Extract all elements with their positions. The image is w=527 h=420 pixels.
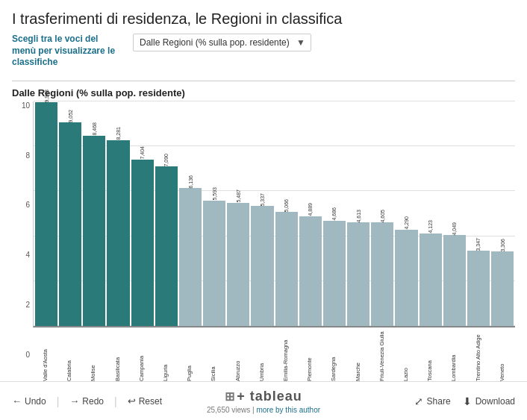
x-axis-label: Abruzzo xyxy=(227,329,249,381)
bar[interactable] xyxy=(59,122,81,326)
x-axis-label: Molise xyxy=(82,329,105,381)
share-button[interactable]: ⤢ Share xyxy=(414,395,451,407)
y-axis-label: 4 xyxy=(12,251,33,259)
bar[interactable] xyxy=(395,230,417,326)
bar-value-label: 4,686 xyxy=(331,206,337,221)
bar-wrap[interactable]: 5,487 xyxy=(227,101,249,326)
x-axis-label: Trentino Alto Adige xyxy=(467,329,490,381)
x-labels: Valle d'AostaCalabriaMoliseBasilicataCam… xyxy=(33,329,515,381)
bars-container: 9,9489,0528,4688,2817,4047,0906,1365,593… xyxy=(33,101,515,327)
bar[interactable] xyxy=(155,166,178,326)
bar[interactable] xyxy=(251,206,273,326)
bar-value-label: 6,136 xyxy=(188,174,193,189)
separator-2: | xyxy=(114,395,117,407)
y-axis-label: 8 xyxy=(12,151,33,160)
region-dropdown[interactable]: Dalle Regioni (% sulla pop. residente)Al… xyxy=(133,34,311,51)
bar-value-label: 3,306 xyxy=(500,237,505,252)
separator-1: | xyxy=(57,395,60,407)
download-icon: ⬇ xyxy=(463,395,472,407)
header: I trasferimenti di residenza, le Regioni… xyxy=(0,0,527,76)
bar-wrap[interactable]: 3,306 xyxy=(491,101,514,326)
bar[interactable] xyxy=(467,251,490,326)
reset-button[interactable]: ↩ Reset xyxy=(128,395,162,407)
bar-value-label: 5,066 xyxy=(284,198,289,213)
bar[interactable] xyxy=(203,201,225,326)
x-axis-label: Valle d'Aosta xyxy=(34,329,57,381)
x-axis-label: Umbria xyxy=(251,329,273,381)
x-axis-label: Lombardia xyxy=(443,329,465,381)
x-axis-label: Friuli-Venezia Giulia xyxy=(371,329,393,381)
bar-wrap[interactable]: 3,347 xyxy=(467,101,490,326)
bar-wrap[interactable]: 4,123 xyxy=(420,101,442,326)
dropdown-wrap[interactable]: Dalle Regioni (% sulla pop. residente)Al… xyxy=(133,34,311,51)
bar[interactable] xyxy=(347,222,369,326)
bar[interactable] xyxy=(83,136,105,326)
y-axis-label: 0 xyxy=(12,351,33,359)
bar[interactable] xyxy=(371,222,393,326)
bar[interactable] xyxy=(107,140,129,326)
chart-section: Dalle Regioni (% sulla pop. residente) 0… xyxy=(0,81,527,381)
bar[interactable] xyxy=(35,102,57,326)
views-count: 25,650 views xyxy=(207,406,250,414)
undo-label: Undo xyxy=(25,396,46,407)
bar-wrap[interactable]: 8,468 xyxy=(83,101,105,326)
download-button[interactable]: ⬇ Download xyxy=(463,395,515,407)
bar-wrap[interactable]: 4,605 xyxy=(371,101,393,326)
bar-wrap[interactable]: 4,049 xyxy=(443,101,466,326)
redo-button[interactable]: → Redo xyxy=(69,395,104,407)
bar-value-label: 4,290 xyxy=(404,215,409,230)
bar-value-label: 9,052 xyxy=(68,108,73,123)
bar-wrap[interactable]: 8,281 xyxy=(107,101,129,326)
subtitle-row: Scegli tra le voci del menù per visualiz… xyxy=(12,34,515,69)
bar-value-label: 4,889 xyxy=(308,201,313,216)
bar[interactable] xyxy=(323,221,346,326)
x-axis-label: Marche xyxy=(347,329,369,381)
x-axis-label: Sardegna xyxy=(322,329,345,381)
bar-wrap[interactable]: 7,404 xyxy=(131,101,154,326)
bar-wrap[interactable]: 5,066 xyxy=(275,101,298,326)
tableau-logo: ⊞ + tableau xyxy=(225,389,302,404)
bar[interactable] xyxy=(275,212,298,326)
bar[interactable] xyxy=(443,235,466,326)
footer-center: ⊞ + tableau 25,650 views | more by this … xyxy=(180,389,348,414)
bar-wrap[interactable]: 5,337 xyxy=(251,101,273,326)
bar-value-label: 8,281 xyxy=(116,125,121,140)
bar-wrap[interactable]: 5,593 xyxy=(203,101,225,326)
x-axis-label: Toscana xyxy=(419,329,441,381)
x-axis-label: Veneto xyxy=(491,329,514,381)
bar[interactable] xyxy=(131,160,154,326)
tableau-grid-icon: ⊞ xyxy=(225,389,234,404)
page-title: I trasferimenti di residenza, le Regioni… xyxy=(12,10,515,28)
bar-value-label: 4,049 xyxy=(452,221,457,236)
download-label: Download xyxy=(475,396,515,407)
share-icon: ⤢ xyxy=(414,395,423,407)
bar-wrap[interactable]: 4,613 xyxy=(347,101,369,326)
bar-wrap[interactable]: 4,889 xyxy=(299,101,322,326)
chart-area: 0246810 9,9489,0528,4688,2817,4047,0906,… xyxy=(12,101,515,381)
bar-wrap[interactable]: 6,136 xyxy=(179,101,202,326)
bar-wrap[interactable]: 9,948 xyxy=(35,101,57,326)
redo-icon: → xyxy=(69,395,79,407)
y-axis-label: 2 xyxy=(12,301,33,309)
bar-wrap[interactable]: 4,290 xyxy=(395,101,417,326)
bar[interactable] xyxy=(491,251,514,326)
undo-button[interactable]: ← Undo xyxy=(12,395,46,407)
bar-value-label: 4,605 xyxy=(380,208,385,223)
footer-left: ← Undo | → Redo | ↩ Reset xyxy=(12,395,180,407)
tableau-wordmark: + tableau xyxy=(237,389,302,404)
bar-value-label: 5,487 xyxy=(236,188,241,203)
bar-wrap[interactable]: 7,090 xyxy=(155,101,178,326)
views-text: 25,650 views | more by this author xyxy=(207,406,320,414)
bar[interactable] xyxy=(227,203,249,326)
bar-wrap[interactable]: 9,052 xyxy=(59,101,81,326)
more-link[interactable]: more by this author xyxy=(256,406,320,414)
bar-wrap[interactable]: 4,686 xyxy=(323,101,346,326)
chart-inner: 9,9489,0528,4688,2817,4047,0906,1365,593… xyxy=(33,101,515,381)
chart-title: Dalle Regioni (% sulla pop. residente) xyxy=(12,87,515,98)
share-label: Share xyxy=(427,396,451,407)
bar[interactable] xyxy=(299,216,322,326)
bar-value-label: 5,337 xyxy=(260,192,265,207)
bar[interactable] xyxy=(420,233,442,326)
subtitle-text: Scegli tra le voci del menù per visualiz… xyxy=(12,34,124,69)
bar[interactable] xyxy=(179,188,202,326)
